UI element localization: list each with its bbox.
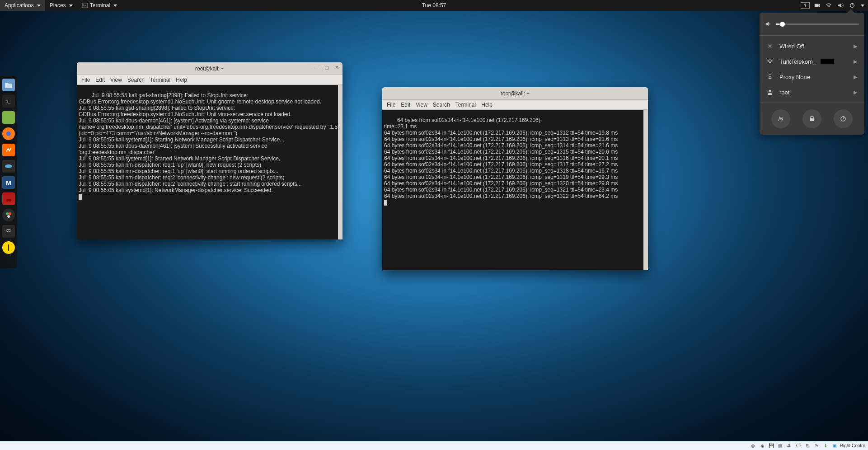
chevron-right-icon: ▶ bbox=[854, 74, 857, 80]
window-maximize[interactable]: ▢ bbox=[324, 64, 330, 70]
settings-icon bbox=[777, 115, 784, 122]
dock-app-eye[interactable] bbox=[2, 160, 15, 173]
dock-firefox[interactable] bbox=[2, 127, 15, 140]
window-minimize[interactable]: — bbox=[314, 64, 320, 70]
lock-button[interactable] bbox=[802, 109, 821, 128]
applications-menu[interactable]: Applications bbox=[0, 0, 45, 11]
svg-point-5 bbox=[769, 90, 771, 92]
menu-search[interactable]: Search bbox=[127, 77, 145, 83]
svg-point-4 bbox=[769, 75, 771, 77]
vm-icon-7[interactable]: ⎘ bbox=[804, 442, 811, 450]
clock-label: Tue 08:57 bbox=[422, 2, 446, 9]
menu-terminal[interactable]: Terminal bbox=[455, 102, 476, 108]
caret-down-icon bbox=[861, 5, 864, 7]
terminal-scrollbar[interactable] bbox=[643, 110, 648, 270]
wifi-menu-item[interactable]: TurkTelekom_ ▶ bbox=[765, 54, 859, 69]
network-tray-icon[interactable] bbox=[824, 0, 833, 11]
menu-file[interactable]: File bbox=[81, 77, 90, 83]
menu-edit[interactable]: Edit bbox=[401, 102, 410, 108]
menu-search[interactable]: Search bbox=[433, 102, 450, 108]
bar-icon bbox=[8, 244, 9, 251]
dock-terminal[interactable]: $_ bbox=[2, 95, 15, 108]
power-button[interactable] bbox=[834, 109, 853, 128]
menu-view[interactable]: View bbox=[110, 77, 122, 83]
vm-icon-8[interactable]: 🖯 bbox=[813, 442, 820, 450]
svg-line-6 bbox=[782, 117, 783, 118]
svg-text:$_: $_ bbox=[6, 99, 11, 103]
vm-icon-4[interactable]: ▤ bbox=[777, 442, 784, 450]
chevron-right-icon: ▶ bbox=[854, 43, 857, 49]
wifi-icon bbox=[767, 58, 773, 65]
workspace-indicator[interactable]: 1 bbox=[801, 2, 810, 9]
dock-wifi-tool[interactable] bbox=[2, 225, 15, 238]
vm-icon-6[interactable]: 🖵 bbox=[795, 442, 802, 450]
menu-edit[interactable]: Edit bbox=[95, 77, 105, 83]
eye-icon bbox=[5, 164, 13, 169]
dock-files[interactable] bbox=[2, 79, 15, 91]
caret-down-icon bbox=[37, 5, 41, 7]
dock-metasploit[interactable]: M bbox=[2, 176, 15, 189]
terminal-scrollbar[interactable] bbox=[338, 85, 343, 239]
settings-button[interactable] bbox=[771, 109, 790, 128]
top-panel: Applications Places Terminal Tue 08:57 1 bbox=[0, 0, 868, 11]
user-menu-item[interactable]: root ▶ bbox=[765, 84, 859, 100]
menu-help[interactable]: Help bbox=[481, 102, 493, 108]
proxy-menu-item[interactable]: Proxy None ▶ bbox=[765, 69, 859, 84]
caret-down-icon bbox=[69, 5, 73, 7]
terminal-icon bbox=[82, 2, 88, 9]
volume-slider[interactable] bbox=[776, 23, 859, 25]
terminal-content[interactable]: 64 bytes from sof02s34-in-f14.1e100.net … bbox=[382, 110, 648, 270]
vm-icon-10[interactable]: ▣ bbox=[831, 442, 838, 450]
window-titlebar[interactable]: root@kali: ~ bbox=[382, 87, 648, 100]
m-icon: M bbox=[6, 179, 12, 187]
user-icon bbox=[767, 89, 773, 95]
dock-app-circles[interactable] bbox=[2, 209, 15, 221]
clock[interactable]: Tue 08:57 bbox=[418, 0, 451, 11]
circles-icon bbox=[5, 211, 13, 219]
terminal-window-2[interactable]: root@kali: ~ File Edit View Search Termi… bbox=[382, 87, 648, 270]
dock-app-yellow[interactable] bbox=[2, 241, 15, 254]
power-icon bbox=[840, 115, 847, 122]
window-close[interactable]: ✕ bbox=[333, 64, 340, 70]
dock-app-orange[interactable] bbox=[2, 144, 15, 156]
svg-rect-1 bbox=[815, 4, 819, 7]
menu-file[interactable]: File bbox=[387, 102, 395, 108]
vm-icon-9[interactable]: ⬇ bbox=[822, 442, 829, 450]
cherry-icon bbox=[5, 196, 12, 202]
recorder-tray-icon[interactable] bbox=[812, 0, 821, 11]
window-titlebar[interactable]: root@kali: ~ — ▢ ✕ bbox=[77, 62, 343, 75]
terminal-content[interactable]: Jul 9 08:55:55 kali gsd-sharing[2898]: F… bbox=[77, 85, 343, 239]
wired-label: Wired Off bbox=[779, 43, 804, 50]
vm-icon-2[interactable]: ◈ bbox=[759, 442, 766, 450]
wired-menu-item[interactable]: Wired Off ▶ bbox=[765, 38, 859, 54]
svg-point-11 bbox=[5, 164, 12, 168]
places-label: Places bbox=[50, 2, 66, 9]
dock-show-apps[interactable] bbox=[5, 258, 13, 266]
volume-tray-icon[interactable] bbox=[836, 0, 845, 11]
vm-icon-1[interactable]: ◎ bbox=[750, 442, 757, 450]
vm-icon-5[interactable]: 🖧 bbox=[786, 442, 793, 450]
menu-help[interactable]: Help bbox=[176, 77, 187, 83]
wifi-waves-icon bbox=[5, 228, 12, 235]
volume-icon bbox=[765, 21, 771, 27]
terminal-cursor bbox=[384, 200, 387, 206]
dock-app-green[interactable] bbox=[2, 111, 15, 124]
user-label: root bbox=[779, 89, 789, 96]
menu-terminal[interactable]: Terminal bbox=[150, 77, 170, 83]
chevron-right-icon: ▶ bbox=[854, 89, 857, 95]
zigzag-icon bbox=[5, 147, 12, 153]
vm-icon-3[interactable]: 💾 bbox=[768, 442, 775, 450]
terminal-output: 64 bytes from sof02s34-in-f14.1e100.net … bbox=[384, 117, 618, 199]
firefox-icon bbox=[6, 131, 11, 136]
menu-view[interactable]: View bbox=[416, 102, 427, 108]
window-title: root@kali: ~ bbox=[195, 66, 225, 72]
terminal-taskbar[interactable]: Terminal bbox=[77, 0, 122, 11]
terminal-window-1[interactable]: root@kali: ~ — ▢ ✕ File Edit View Search… bbox=[77, 62, 343, 239]
places-menu[interactable]: Places bbox=[45, 0, 77, 11]
chevron-right-icon: ▶ bbox=[854, 59, 857, 65]
host-status-bar: ◎ ◈ 💾 ▤ 🖧 🖵 ⎘ 🖯 ⬇ ▣ Right Contro bbox=[0, 441, 868, 450]
svg-point-16 bbox=[7, 215, 10, 218]
svg-point-14 bbox=[6, 212, 9, 215]
dock-app-red[interactable] bbox=[2, 192, 15, 205]
terminal-menubar: File Edit View Search Terminal Help bbox=[77, 75, 343, 85]
